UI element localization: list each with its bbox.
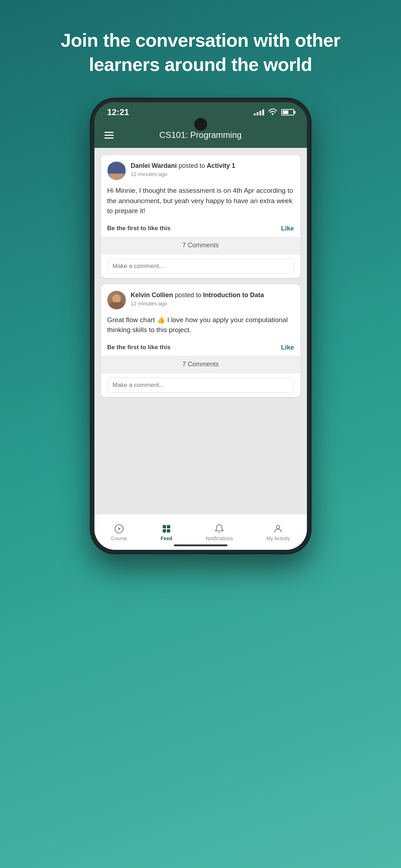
comment-input-row (101, 373, 300, 397)
like-text: Be the first to like this (107, 344, 171, 351)
post-like-row: Be the first to like this Like (101, 341, 300, 356)
hamburger-menu[interactable] (104, 132, 114, 139)
comment-input-row (101, 254, 300, 278)
like-button[interactable]: Like (281, 344, 294, 351)
feed-nav-label: Feed (161, 536, 173, 541)
battery-icon (281, 109, 294, 115)
header-title: CS101: Programming (114, 130, 288, 140)
svg-rect-3 (167, 525, 170, 528)
post-meta: Danlei Wardani posted to Activity 1 12 m… (131, 161, 294, 177)
post-body: Hi Minnie, I thought the assessment is o… (101, 184, 300, 222)
post-like-row: Be the first to like this Like (101, 222, 300, 237)
nav-item-notifications[interactable]: Notifications (200, 521, 238, 544)
wifi-icon (268, 107, 278, 117)
svg-rect-2 (163, 525, 166, 528)
post-card: Danlei Wardani posted to Activity 1 12 m… (101, 155, 300, 278)
svg-rect-4 (163, 529, 166, 532)
phone-shell: 12:21 CS101: Programming (90, 98, 311, 554)
home-indicator (174, 544, 227, 546)
post-activity-name: Introduction to Data (203, 291, 264, 299)
status-time: 12:21 (107, 107, 129, 117)
svg-marker-1 (118, 527, 121, 530)
like-button[interactable]: Like (281, 225, 294, 232)
comments-bar[interactable]: 7 Comments (101, 356, 300, 373)
post-posted-to-label: posted to (175, 291, 201, 299)
my-activity-nav-label: My Activity (266, 536, 290, 541)
nav-item-course[interactable]: Course (105, 521, 133, 544)
notifications-nav-label: Notifications (206, 536, 233, 541)
course-icon (114, 523, 124, 534)
post-body: Great flow chart 👍 I love how you apply … (101, 314, 300, 341)
signal-icon (254, 109, 264, 115)
comment-input[interactable] (107, 378, 294, 393)
nav-item-my-activity[interactable]: My Activity (261, 521, 295, 544)
course-nav-label: Course (111, 536, 127, 541)
nav-item-feed[interactable]: Feed (155, 521, 178, 544)
comment-input[interactable] (107, 259, 294, 274)
post-activity-name: Activity 1 (207, 162, 235, 169)
post-author-name: Kelvin Collien (131, 291, 173, 299)
hero-text: Join the conversation with other learner… (0, 0, 401, 98)
post-author-line: Kelvin Collien posted to Introduction to… (131, 291, 294, 300)
avatar (107, 291, 126, 309)
my-activity-icon (273, 523, 283, 534)
post-header: Kelvin Collien posted to Introduction to… (101, 284, 300, 314)
post-card: Kelvin Collien posted to Introduction to… (101, 284, 300, 397)
post-author-line: Danlei Wardani posted to Activity 1 (131, 161, 294, 170)
like-text: Be the first to like this (107, 225, 171, 232)
content-area: Danlei Wardani posted to Activity 1 12 m… (94, 148, 307, 514)
feed-icon (161, 523, 172, 534)
notifications-icon (214, 523, 225, 534)
post-time: 12 minutes ago (131, 171, 294, 177)
post-time: 12 minutes ago (131, 300, 294, 306)
post-posted-to-label: posted to (179, 162, 205, 169)
post-meta: Kelvin Collien posted to Introduction to… (131, 291, 294, 306)
status-icons (254, 107, 294, 117)
svg-rect-5 (167, 529, 170, 532)
bottom-nav: Course Feed (94, 514, 307, 550)
post-author-name: Danlei Wardani (131, 162, 177, 169)
svg-point-6 (277, 525, 280, 528)
post-header: Danlei Wardani posted to Activity 1 12 m… (101, 155, 300, 184)
phone-screen: 12:21 CS101: Programming (94, 102, 307, 550)
camera-notch (194, 118, 207, 131)
comments-bar[interactable]: 7 Comments (101, 237, 300, 254)
avatar (107, 161, 126, 180)
